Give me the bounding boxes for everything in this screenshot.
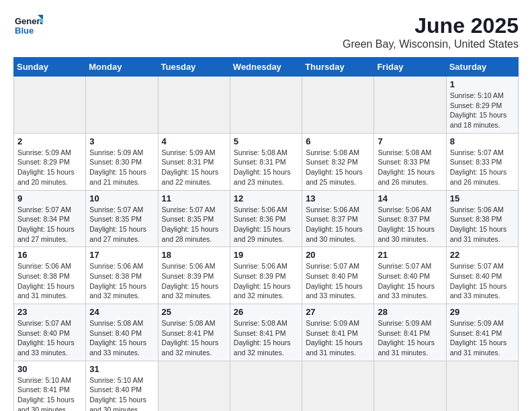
calendar-cell: 8Sunrise: 5:07 AMSunset: 8:33 PMDaylight… (446, 133, 518, 190)
calendar-cell: 29Sunrise: 5:09 AMSunset: 8:41 PMDayligh… (446, 304, 518, 361)
day-number: 16 (17, 250, 82, 260)
day-number: 21 (378, 250, 442, 260)
calendar-cell: 16Sunrise: 5:06 AMSunset: 8:38 PMDayligh… (14, 247, 86, 304)
day-number: 5 (234, 136, 298, 146)
calendar-cell: 20Sunrise: 5:07 AMSunset: 8:40 PMDayligh… (302, 247, 374, 304)
day-number: 2 (17, 136, 82, 146)
calendar-cell: 31Sunrise: 5:10 AMSunset: 8:40 PMDayligh… (86, 361, 158, 411)
day-info: Sunrise: 5:09 AMSunset: 8:31 PMDaylight:… (162, 148, 226, 187)
day-number: 31 (89, 364, 154, 374)
day-info: Sunrise: 5:06 AMSunset: 8:38 PMDaylight:… (89, 261, 154, 301)
calendar-cell (14, 77, 86, 134)
day-info: Sunrise: 5:08 AMSunset: 8:40 PMDaylight:… (89, 318, 154, 358)
day-info: Sunrise: 5:06 AMSunset: 8:39 PMDaylight:… (234, 261, 298, 301)
day-number: 30 (17, 364, 82, 374)
day-info: Sunrise: 5:09 AMSunset: 8:30 PMDaylight:… (89, 148, 154, 187)
day-info: Sunrise: 5:07 AMSunset: 8:40 PMDaylight:… (17, 318, 82, 358)
calendar-cell: 17Sunrise: 5:06 AMSunset: 8:38 PMDayligh… (86, 247, 158, 304)
title-area: June 2025 Green Bay, Wisconsin, United S… (343, 13, 519, 50)
day-info: Sunrise: 5:09 AMSunset: 8:41 PMDaylight:… (306, 318, 370, 358)
day-info: Sunrise: 5:06 AMSunset: 8:39 PMDaylight:… (162, 261, 226, 301)
calendar-week-1: 1Sunrise: 5:10 AMSunset: 8:29 PMDaylight… (14, 77, 519, 134)
weekday-header-friday: Friday (374, 58, 446, 77)
calendar-cell: 27Sunrise: 5:09 AMSunset: 8:41 PMDayligh… (302, 304, 374, 361)
day-number: 24 (89, 307, 154, 317)
calendar-cell: 30Sunrise: 5:10 AMSunset: 8:41 PMDayligh… (14, 361, 86, 411)
logo: General Blue (13, 13, 43, 38)
calendar-cell (86, 77, 158, 134)
calendar-cell: 18Sunrise: 5:06 AMSunset: 8:39 PMDayligh… (158, 247, 230, 304)
calendar-cell (302, 361, 374, 411)
day-info: Sunrise: 5:07 AMSunset: 8:35 PMDaylight:… (162, 205, 226, 244)
weekday-header-sunday: Sunday (14, 58, 86, 77)
day-number: 18 (162, 250, 226, 260)
day-info: Sunrise: 5:10 AMSunset: 8:29 PMDaylight:… (450, 91, 515, 130)
calendar-cell (374, 77, 446, 134)
day-info: Sunrise: 5:08 AMSunset: 8:32 PMDaylight:… (306, 148, 370, 187)
day-number: 28 (378, 307, 442, 317)
calendar-cell: 26Sunrise: 5:08 AMSunset: 8:41 PMDayligh… (230, 304, 302, 361)
day-number: 19 (234, 250, 298, 260)
calendar-cell: 3Sunrise: 5:09 AMSunset: 8:30 PMDaylight… (86, 133, 158, 190)
day-number: 8 (450, 136, 515, 146)
svg-text:Blue: Blue (15, 26, 34, 36)
weekday-header-tuesday: Tuesday (158, 58, 230, 77)
weekday-header-saturday: Saturday (446, 58, 518, 77)
calendar-week-6: 30Sunrise: 5:10 AMSunset: 8:41 PMDayligh… (14, 361, 519, 411)
day-number: 4 (162, 136, 226, 146)
day-number: 10 (89, 193, 154, 203)
calendar-week-5: 23Sunrise: 5:07 AMSunset: 8:40 PMDayligh… (14, 304, 519, 361)
day-info: Sunrise: 5:10 AMSunset: 8:41 PMDaylight:… (17, 375, 82, 411)
day-number: 9 (17, 193, 82, 203)
calendar-cell: 11Sunrise: 5:07 AMSunset: 8:35 PMDayligh… (158, 190, 230, 247)
calendar-cell: 5Sunrise: 5:08 AMSunset: 8:31 PMDaylight… (230, 133, 302, 190)
subtitle: Green Bay, Wisconsin, United States (343, 38, 519, 50)
day-number: 11 (162, 193, 226, 203)
day-info: Sunrise: 5:06 AMSunset: 8:38 PMDaylight:… (17, 261, 82, 301)
day-info: Sunrise: 5:07 AMSunset: 8:33 PMDaylight:… (450, 148, 515, 187)
header: General Blue June 2025 Green Bay, Wiscon… (13, 13, 519, 50)
day-info: Sunrise: 5:07 AMSunset: 8:34 PMDaylight:… (17, 205, 82, 244)
day-number: 17 (89, 250, 154, 260)
day-info: Sunrise: 5:08 AMSunset: 8:33 PMDaylight:… (378, 148, 442, 187)
calendar-cell: 24Sunrise: 5:08 AMSunset: 8:40 PMDayligh… (86, 304, 158, 361)
day-info: Sunrise: 5:06 AMSunset: 8:37 PMDaylight:… (378, 205, 442, 244)
day-info: Sunrise: 5:07 AMSunset: 8:40 PMDaylight:… (450, 261, 515, 301)
weekday-header-row: SundayMondayTuesdayWednesdayThursdayFrid… (14, 58, 519, 77)
calendar-cell: 1Sunrise: 5:10 AMSunset: 8:29 PMDaylight… (446, 77, 518, 134)
day-info: Sunrise: 5:08 AMSunset: 8:41 PMDaylight:… (234, 318, 298, 358)
calendar-cell: 13Sunrise: 5:06 AMSunset: 8:37 PMDayligh… (302, 190, 374, 247)
day-info: Sunrise: 5:08 AMSunset: 8:41 PMDaylight:… (162, 318, 226, 358)
calendar-cell: 15Sunrise: 5:06 AMSunset: 8:38 PMDayligh… (446, 190, 518, 247)
day-info: Sunrise: 5:07 AMSunset: 8:40 PMDaylight:… (306, 261, 370, 301)
calendar-cell: 4Sunrise: 5:09 AMSunset: 8:31 PMDaylight… (158, 133, 230, 190)
calendar-cell: 12Sunrise: 5:06 AMSunset: 8:36 PMDayligh… (230, 190, 302, 247)
day-number: 23 (17, 307, 82, 317)
day-info: Sunrise: 5:09 AMSunset: 8:41 PMDaylight:… (378, 318, 442, 358)
day-info: Sunrise: 5:09 AMSunset: 8:41 PMDaylight:… (450, 318, 515, 358)
weekday-header-thursday: Thursday (302, 58, 374, 77)
calendar-cell: 14Sunrise: 5:06 AMSunset: 8:37 PMDayligh… (374, 190, 446, 247)
day-number: 20 (306, 250, 370, 260)
day-info: Sunrise: 5:10 AMSunset: 8:40 PMDaylight:… (89, 375, 154, 411)
day-number: 14 (378, 193, 442, 203)
day-info: Sunrise: 5:09 AMSunset: 8:29 PMDaylight:… (17, 148, 82, 187)
day-number: 25 (162, 307, 226, 317)
day-info: Sunrise: 5:06 AMSunset: 8:36 PMDaylight:… (234, 205, 298, 244)
day-number: 22 (450, 250, 515, 260)
calendar-cell (158, 361, 230, 411)
day-number: 7 (378, 136, 442, 146)
calendar-cell (158, 77, 230, 134)
calendar-week-2: 2Sunrise: 5:09 AMSunset: 8:29 PMDaylight… (14, 133, 519, 190)
day-number: 6 (306, 136, 370, 146)
day-number: 1 (450, 79, 515, 89)
calendar-cell: 28Sunrise: 5:09 AMSunset: 8:41 PMDayligh… (374, 304, 446, 361)
day-number: 3 (89, 136, 154, 146)
day-number: 26 (234, 307, 298, 317)
day-number: 15 (450, 193, 515, 203)
day-info: Sunrise: 5:06 AMSunset: 8:37 PMDaylight:… (306, 205, 370, 244)
day-info: Sunrise: 5:06 AMSunset: 8:38 PMDaylight:… (450, 205, 515, 244)
calendar-cell: 22Sunrise: 5:07 AMSunset: 8:40 PMDayligh… (446, 247, 518, 304)
calendar-cell: 21Sunrise: 5:07 AMSunset: 8:40 PMDayligh… (374, 247, 446, 304)
calendar-cell (230, 77, 302, 134)
